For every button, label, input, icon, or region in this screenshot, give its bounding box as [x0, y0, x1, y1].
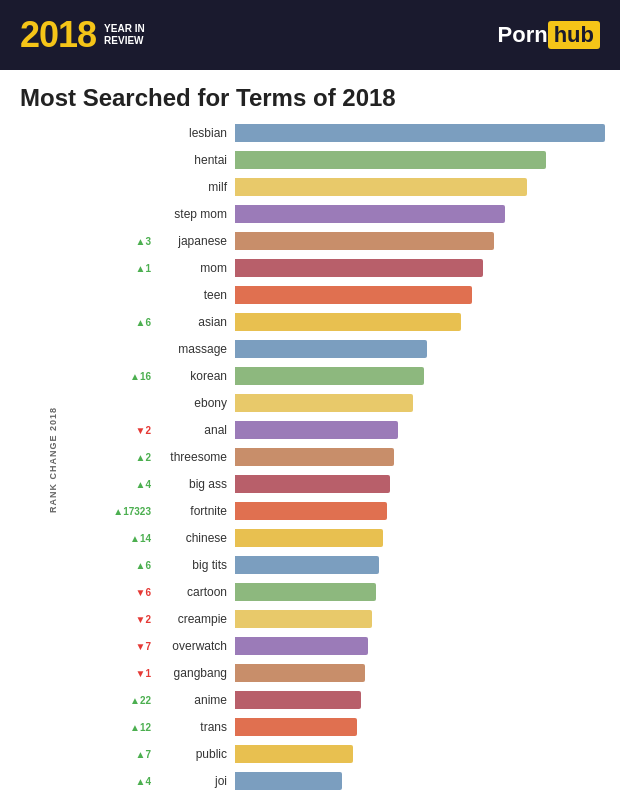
bar-container [235, 768, 605, 794]
rank-down-icon [136, 614, 146, 625]
bars-section: lesbianhentaimilfstep mom 3japanese 1mom… [80, 120, 605, 796]
bar-row: 6big tits [80, 552, 605, 578]
rank-number: 3 [145, 236, 151, 247]
bar [235, 448, 394, 466]
term-label: teen [155, 288, 235, 302]
term-label: big tits [155, 558, 235, 572]
year-subtitle: YEAR IN REVIEW [104, 23, 145, 47]
rank-number: 4 [145, 479, 151, 490]
term-label: mom [155, 261, 235, 275]
chart-area: RANK CHANGE 2018 lesbianhentaimilfstep m… [0, 120, 620, 796]
rank-number: 2 [145, 452, 151, 463]
term-label: anal [155, 423, 235, 437]
term-label: cartoon [155, 585, 235, 599]
bar-container [235, 687, 605, 713]
bar-container [235, 390, 605, 416]
rank-up-icon [113, 506, 123, 517]
bar-container [235, 201, 605, 227]
bar-row: milf [80, 174, 605, 200]
bar-container [235, 498, 605, 524]
rank-up-icon [136, 236, 146, 247]
bar [235, 394, 413, 412]
term-label: hentai [155, 153, 235, 167]
bar [235, 178, 527, 196]
rank-number: 6 [145, 317, 151, 328]
bar-row: 2threesome [80, 444, 605, 470]
year-sub-line2: REVIEW [104, 35, 143, 47]
rank-up-icon [136, 263, 146, 274]
term-label: milf [155, 180, 235, 194]
bar-container [235, 606, 605, 632]
year-sub-line1: YEAR IN [104, 23, 145, 35]
rank-badge: 2 [80, 614, 155, 625]
term-label: creampie [155, 612, 235, 626]
rank-down-icon [136, 668, 146, 679]
bar-row: 22anime [80, 687, 605, 713]
bar-container [235, 255, 605, 281]
bar [235, 124, 605, 142]
term-label: ebony [155, 396, 235, 410]
bar-row: 4big ass [80, 471, 605, 497]
rank-badge: 1 [80, 263, 155, 274]
bar [235, 475, 390, 493]
rank-number: 16 [140, 371, 151, 382]
term-label: gangbang [155, 666, 235, 680]
bar-container [235, 444, 605, 470]
bar [235, 718, 357, 736]
rank-badge: 4 [80, 479, 155, 490]
bar [235, 232, 494, 250]
term-label: joi [155, 774, 235, 788]
page-title: Most Searched for Terms of 2018 [0, 70, 620, 120]
year-logo: 2018 YEAR IN REVIEW [20, 17, 145, 53]
bar [235, 421, 398, 439]
term-label: trans [155, 720, 235, 734]
bar [235, 583, 376, 601]
term-label: step mom [155, 207, 235, 221]
term-label: japanese [155, 234, 235, 248]
rank-badge: 1 [80, 668, 155, 679]
bar [235, 151, 546, 169]
rank-down-icon [136, 641, 146, 652]
bar-container [235, 228, 605, 254]
bar-container [235, 309, 605, 335]
rank-badge: 2 [80, 452, 155, 463]
rank-down-icon [136, 587, 146, 598]
term-label: threesome [155, 450, 235, 464]
bar-container [235, 282, 605, 308]
term-label: asian [155, 315, 235, 329]
rank-up-icon [136, 749, 146, 760]
bar-container [235, 417, 605, 443]
bar-container [235, 714, 605, 740]
bar-container [235, 174, 605, 200]
bar-row: 1mom [80, 255, 605, 281]
bar [235, 691, 361, 709]
rank-number: 1 [145, 263, 151, 274]
bar [235, 556, 379, 574]
bar-row: lesbian [80, 120, 605, 146]
term-label: anime [155, 693, 235, 707]
rank-badge: 6 [80, 317, 155, 328]
logo-porn: Porn [498, 22, 548, 48]
bar [235, 637, 368, 655]
bar-container [235, 471, 605, 497]
rank-badge: 6 [80, 587, 155, 598]
bar [235, 259, 483, 277]
bar-row: 12trans [80, 714, 605, 740]
rank-number: 12 [140, 722, 151, 733]
bar-row: 14chinese [80, 525, 605, 551]
term-label: big ass [155, 477, 235, 491]
bar-row: hentai [80, 147, 605, 173]
bar-container [235, 633, 605, 659]
rank-up-icon [136, 452, 146, 463]
bar-container [235, 336, 605, 362]
bar-container [235, 741, 605, 767]
rank-up-icon [130, 695, 140, 706]
rank-badge: 14 [80, 533, 155, 544]
rank-number: 6 [145, 587, 151, 598]
rank-number: 4 [145, 776, 151, 787]
header: 2018 YEAR IN REVIEW Porn hub [0, 0, 620, 70]
bar-row: step mom [80, 201, 605, 227]
rank-badge: 16 [80, 371, 155, 382]
rank-badge: 22 [80, 695, 155, 706]
rank-badge: 17323 [80, 506, 155, 517]
